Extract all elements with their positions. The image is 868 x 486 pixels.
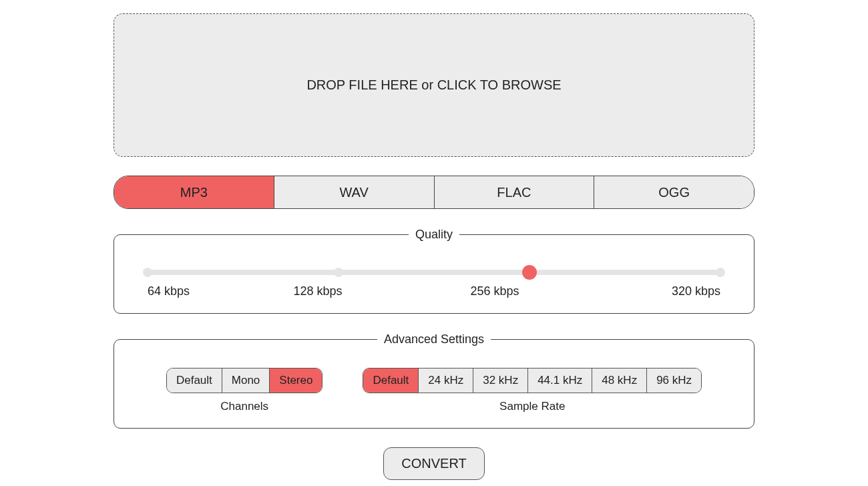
sample-rate-caption: Sample Rate	[499, 400, 565, 413]
advanced-legend: Advanced Settings	[377, 332, 491, 346]
convert-wrap: CONVERT	[114, 447, 754, 480]
channels-group: Default Mono Stereo Channels	[166, 368, 323, 413]
quality-legend: Quality	[409, 228, 459, 242]
sample-rate-option-default[interactable]: Default	[363, 369, 419, 393]
channels-option-stereo[interactable]: Stereo	[270, 369, 322, 393]
sample-rate-option-32[interactable]: 32 kHz	[473, 369, 528, 393]
format-tab-flac[interactable]: FLAC	[435, 176, 595, 208]
slider-label: 256 kbps	[470, 284, 519, 298]
seg-label: 44.1 kHz	[537, 374, 582, 387]
seg-label: Mono	[232, 374, 260, 387]
slider-stop-0[interactable]	[143, 268, 152, 277]
seg-label: Stereo	[279, 374, 312, 387]
seg-label: 24 kHz	[428, 374, 463, 387]
format-tab-ogg[interactable]: OGG	[594, 176, 754, 208]
channels-option-default[interactable]: Default	[167, 369, 222, 393]
slider-label: 128 kbps	[293, 284, 342, 298]
sample-rate-segmented: Default 24 kHz 32 kHz 44.1 kHz 48 kHz	[363, 368, 702, 393]
app-root: DROP FILE HERE or CLICK TO BROWSE MP3 WA…	[114, 13, 754, 480]
sample-rate-option-441[interactable]: 44.1 kHz	[528, 369, 592, 393]
slider-stop-1[interactable]	[334, 268, 343, 277]
dropzone-text: DROP FILE HERE or CLICK TO BROWSE	[306, 77, 561, 93]
format-tab-label: WAV	[339, 185, 368, 200]
file-dropzone[interactable]: DROP FILE HERE or CLICK TO BROWSE	[114, 13, 754, 157]
quality-slider[interactable]: 64 kbps 128 kbps 256 kbps 320 kbps	[128, 254, 740, 298]
slider-labels: 64 kbps 128 kbps 256 kbps 320 kbps	[148, 284, 720, 298]
convert-label: CONVERT	[401, 456, 466, 471]
seg-label: Default	[373, 374, 409, 387]
format-tab-label: MP3	[180, 185, 208, 200]
seg-label: 48 kHz	[602, 374, 637, 387]
seg-label: 96 kHz	[656, 374, 692, 387]
channels-option-mono[interactable]: Mono	[222, 369, 270, 393]
sample-rate-group: Default 24 kHz 32 kHz 44.1 kHz 48 kHz	[363, 368, 702, 413]
format-tab-mp3[interactable]: MP3	[114, 176, 274, 208]
format-tabs: MP3 WAV FLAC OGG	[114, 176, 754, 209]
convert-button[interactable]: CONVERT	[383, 447, 484, 480]
sample-rate-option-48[interactable]: 48 kHz	[592, 369, 647, 393]
advanced-row: Default Mono Stereo Channels Default	[128, 358, 740, 413]
channels-segmented: Default Mono Stereo	[166, 368, 323, 393]
quality-panel: Quality 64 kbps 128 kbps 256 kbps 320 kb…	[114, 228, 754, 314]
seg-label: Default	[176, 374, 212, 387]
slider-track	[148, 270, 720, 275]
advanced-panel: Advanced Settings Default Mono Stereo Ch…	[114, 332, 754, 429]
sample-rate-option-96[interactable]: 96 kHz	[647, 369, 701, 393]
format-tab-label: OGG	[658, 185, 690, 200]
format-tab-wav[interactable]: WAV	[274, 176, 435, 208]
slider-label: 320 kbps	[672, 284, 720, 298]
slider-thumb[interactable]	[522, 265, 537, 280]
seg-label: 32 kHz	[483, 374, 518, 387]
slider-label: 64 kbps	[148, 284, 190, 298]
channels-caption: Channels	[220, 400, 268, 413]
format-tab-label: FLAC	[497, 185, 531, 200]
sample-rate-option-24[interactable]: 24 kHz	[419, 369, 473, 393]
slider-stop-3[interactable]	[716, 268, 725, 277]
